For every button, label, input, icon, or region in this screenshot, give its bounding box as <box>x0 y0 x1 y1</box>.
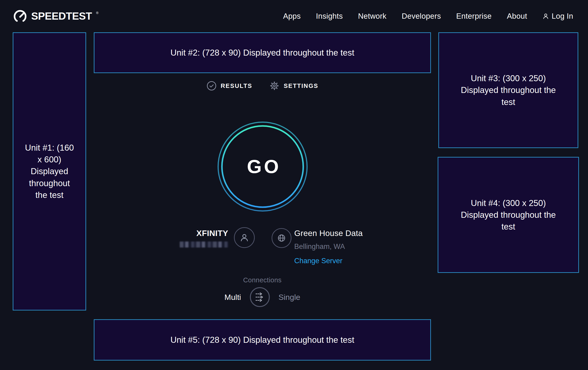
logo-text: SPEEDTEST <box>31 10 92 22</box>
go-button-label: GO <box>217 121 308 212</box>
check-circle-icon <box>207 81 217 91</box>
server-name: Green House Data <box>294 229 363 238</box>
redacted-text <box>180 241 228 248</box>
tab-settings[interactable]: SETTINGS <box>269 81 318 91</box>
person-icon <box>239 232 250 243</box>
ad-unit-3-label: Unit #3: (300 x 250) Displayed throughou… <box>453 72 564 108</box>
isp-name: XFINITY <box>143 229 228 238</box>
ad-unit-1-label: Unit #1: (160 x 600) Displayed throughou… <box>25 142 74 201</box>
ad-unit-2: Unit #2: (728 x 90) Displayed throughout… <box>94 32 431 73</box>
logo[interactable]: SPEEDTEST ® <box>13 9 98 23</box>
nav-item-network[interactable]: Network <box>358 12 386 20</box>
ad-unit-4-label: Unit #4: (300 x 250) Displayed throughou… <box>453 197 564 232</box>
globe-icon <box>276 233 287 243</box>
test-tabs: RESULTS SETTINGS <box>94 81 431 91</box>
logo-trademark: ® <box>96 11 98 15</box>
nav-item-about[interactable]: About <box>507 12 527 20</box>
multi-stream-arrows-icon <box>254 292 265 302</box>
ad-unit-3: Unit #3: (300 x 250) Displayed throughou… <box>438 32 578 148</box>
go-button[interactable]: GO <box>217 121 308 212</box>
connections-option-multi[interactable]: Multi <box>224 293 241 302</box>
tab-results[interactable]: RESULTS <box>207 81 252 91</box>
connection-mode-toggle[interactable] <box>250 287 270 307</box>
nav-item-developers[interactable]: Developers <box>402 12 441 20</box>
change-server-link[interactable]: Change Server <box>294 257 343 265</box>
connections-row: Multi Single <box>94 287 431 307</box>
gear-icon <box>269 81 279 91</box>
connections-label: Connections <box>94 276 431 284</box>
speedtest-gauge-icon <box>13 9 28 23</box>
user-icon <box>542 13 549 20</box>
tab-results-label: RESULTS <box>221 82 252 90</box>
connections-option-single[interactable]: Single <box>279 293 300 302</box>
ad-unit-2-label: Unit #2: (728 x 90) Displayed throughout… <box>170 47 354 59</box>
main-nav: Apps Insights Network Developers Enterpr… <box>283 12 573 20</box>
nav-item-insights[interactable]: Insights <box>316 12 343 20</box>
server-badge <box>272 228 292 248</box>
isp-badge <box>234 227 255 248</box>
login-button[interactable]: Log In <box>542 12 573 20</box>
ad-unit-5: Unit #5: (728 x 90) Displayed throughout… <box>94 319 431 360</box>
isp-info: XFINITY <box>143 229 228 248</box>
header: SPEEDTEST ® Apps Insights Network Develo… <box>0 0 588 32</box>
login-label: Log In <box>552 12 573 20</box>
ad-unit-1: Unit #1: (160 x 600) Displayed throughou… <box>13 32 86 310</box>
tab-settings-label: SETTINGS <box>284 82 318 90</box>
ad-unit-4: Unit #4: (300 x 250) Displayed throughou… <box>438 157 579 273</box>
server-info: Green House Data Bellingham, WA Change S… <box>294 229 363 265</box>
nav-item-apps[interactable]: Apps <box>283 12 301 20</box>
ad-unit-5-label: Unit #5: (728 x 90) Displayed throughout… <box>170 334 354 346</box>
nav-item-enterprise[interactable]: Enterprise <box>456 12 492 20</box>
server-location: Bellingham, WA <box>294 242 363 251</box>
